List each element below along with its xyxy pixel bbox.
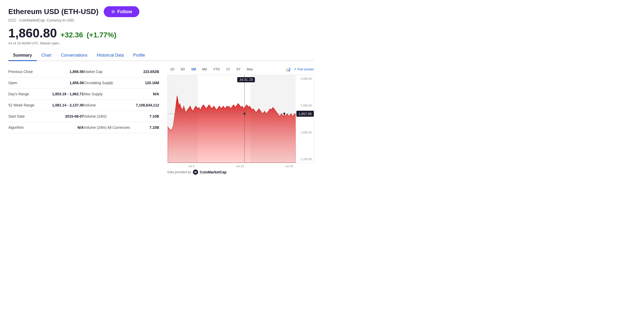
- stat-label: Max Supply: [84, 92, 106, 96]
- stat-label: Previous Close: [8, 70, 33, 74]
- stat-row: Market Cap223.652B: [84, 66, 159, 77]
- stat-label: 52 Week Range: [8, 103, 34, 107]
- stat-label: Day's Range: [8, 92, 29, 96]
- x-label-1: Jul 9: [188, 165, 194, 168]
- stat-row: Open1,856.56: [8, 77, 84, 89]
- stat-row: 52 Week Range1,081.14 - 2,137.45: [8, 100, 84, 111]
- stat-row: Max SupplyN/A: [84, 89, 159, 100]
- chart-container[interactable]: 2,060.00 1,960.00 1,860.00 1,760.00 Jul …: [167, 75, 314, 163]
- stats-left: Previous Close1,856.56Open1,856.56Day's …: [8, 66, 84, 133]
- time-btn-5d[interactable]: 5D: [178, 66, 188, 72]
- y-label-top: 2,060.00: [297, 77, 313, 80]
- chart-icons: 📊↗ Full screen: [286, 67, 314, 72]
- y-label-bottom: 1,760.00: [297, 158, 313, 161]
- chart-price-label: 1,857.95: [296, 111, 314, 117]
- stat-value: 2015-08-07: [65, 114, 84, 118]
- chart-x-axis: Jul 9 Jul 18 Jul 29: [167, 163, 314, 168]
- chart-type-button[interactable]: 📊: [286, 67, 291, 72]
- stat-label: Open: [8, 81, 17, 85]
- x-label-3: Jul 29: [285, 165, 293, 168]
- stat-row: Day's Range1,853.19 - 1,862.71: [8, 89, 84, 100]
- time-btn-5y[interactable]: 5Y: [234, 66, 243, 72]
- price-change: +32.36: [61, 31, 83, 39]
- stat-value: N/A: [77, 125, 84, 130]
- x-label-2: Jul 18: [236, 165, 244, 168]
- stat-label: Algorithm: [8, 125, 24, 130]
- y-label-3: 1,860.00: [297, 131, 313, 134]
- time-btn-max[interactable]: Max: [244, 66, 256, 72]
- tab-conversations[interactable]: Conversations: [56, 50, 92, 61]
- coinmarketcap-logo-icon: M: [193, 169, 198, 175]
- stat-value: 1,853.19 - 1,862.71: [52, 92, 84, 96]
- stat-row: Volume7,108,634,112: [84, 100, 159, 111]
- chart-y-axis: 2,060.00 1,960.00 1,860.00 1,760.00: [296, 75, 314, 163]
- stat-value: 7.10B: [149, 125, 159, 130]
- stat-row: Previous Close1,856.56: [8, 66, 84, 77]
- svg-point-5: [283, 112, 285, 115]
- time-btn-1y[interactable]: 1Y: [223, 66, 233, 72]
- stat-value: 1,856.56: [70, 70, 84, 74]
- stats-right: Market Cap223.652BCirculating Supply120.…: [84, 66, 159, 133]
- tabs-bar: Summary Chart Conversations Historical D…: [8, 50, 314, 61]
- star-icon: ☆: [111, 9, 115, 15]
- stat-value: 7,108,634,112: [136, 103, 159, 107]
- stat-row: Volume (24hr)7.10B: [84, 111, 159, 122]
- stat-label: Volume (24hr) All Currencies: [84, 125, 133, 130]
- follow-label: Follow: [117, 9, 132, 15]
- svg-point-4: [244, 112, 245, 115]
- stat-row: Volume (24hr) All Currencies7.10B: [84, 122, 159, 133]
- stat-label: Volume (24hr): [84, 114, 110, 118]
- time-btn-1d[interactable]: 1D: [167, 66, 177, 72]
- fullscreen-button[interactable]: ↗ Full screen: [294, 67, 314, 71]
- stat-value: 223.652B: [143, 70, 159, 74]
- stat-value: 7.10B: [149, 114, 159, 118]
- tab-historical-data[interactable]: Historical Data: [92, 50, 128, 61]
- time-btn-1m[interactable]: 1M: [188, 66, 198, 72]
- price-change-pct: (+1.77%): [87, 31, 116, 39]
- time-btn-ytd[interactable]: YTD: [210, 66, 222, 72]
- credit-text: Data provided by: [167, 170, 191, 174]
- stat-row: Start Date2015-08-07: [8, 111, 84, 122]
- stat-value: N/A: [153, 92, 159, 96]
- stat-label: Circulating Supply: [84, 81, 116, 85]
- expand-icon: ↗: [294, 67, 296, 71]
- tab-chart[interactable]: Chart: [37, 50, 56, 61]
- stat-label: Start Date: [8, 114, 25, 118]
- as-of-text: As of 10:40AM UTC. Market open.: [8, 41, 314, 45]
- svg-text:M: M: [194, 171, 197, 174]
- current-price: 1,860.80: [8, 26, 57, 40]
- subtitle: CCC - CoinMarketCap. Currency in USD: [8, 18, 314, 22]
- stat-label: Market Cap: [84, 70, 106, 74]
- stat-label: Volume: [84, 103, 99, 107]
- stat-row: Circulating Supply120.16M: [84, 77, 159, 89]
- stat-row: AlgorithmN/A: [8, 122, 84, 133]
- y-label-2: 1,960.00: [297, 104, 313, 107]
- coinmarketcap-brand: CoinMarketCap: [200, 170, 227, 174]
- chart-controls: 1D5D1M6MYTD1Y5YMax📊↗ Full screen: [167, 66, 314, 72]
- chart-area: 1D5D1M6MYTD1Y5YMax📊↗ Full screen: [167, 66, 314, 175]
- stat-value: 1,081.14 - 2,137.45: [52, 103, 84, 107]
- stat-value: 1,856.56: [70, 81, 84, 85]
- stat-value: 120.16M: [145, 81, 159, 85]
- follow-button[interactable]: ☆ Follow: [104, 6, 139, 17]
- stats-tables: Previous Close1,856.56Open1,856.56Day's …: [8, 66, 159, 175]
- time-btn-6m[interactable]: 6M: [199, 66, 209, 72]
- tab-profile[interactable]: Profile: [128, 50, 149, 61]
- data-credit: Data provided by M CoinMarketCap: [167, 169, 314, 175]
- tab-summary[interactable]: Summary: [8, 50, 37, 61]
- page-title: Ethereum USD (ETH-USD): [8, 8, 99, 16]
